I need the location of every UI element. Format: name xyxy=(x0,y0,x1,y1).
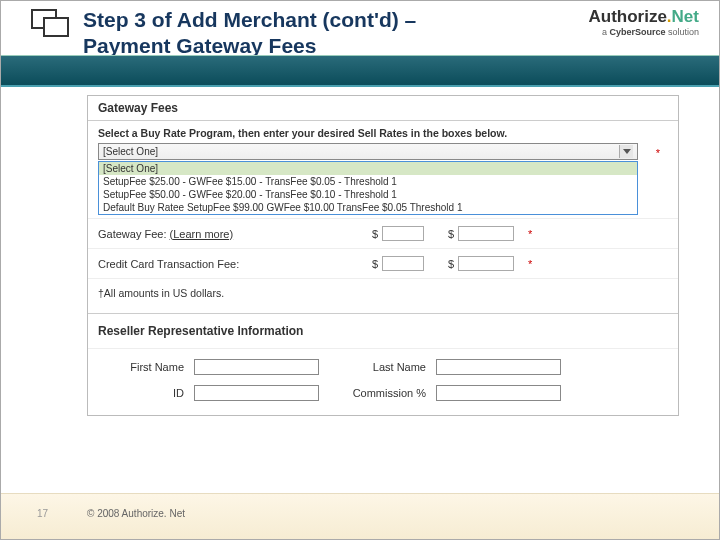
required-asterisk: * xyxy=(656,147,660,159)
buy-rate-option[interactable]: SetupFee $25.00 - GWFee $15.00 - TransFe… xyxy=(99,175,637,188)
gateway-fees-heading: Gateway Fees xyxy=(88,96,678,121)
id-input[interactable] xyxy=(194,385,319,401)
learn-more-link[interactable]: (Learn more) xyxy=(170,228,234,240)
currency-symbol: $ xyxy=(444,228,454,240)
buy-rate-option[interactable]: Default Buy Ratee SetupFee $99.00 GWFee … xyxy=(99,201,637,214)
chevron-down-icon xyxy=(619,145,633,158)
gateway-instruction: Select a Buy Rate Program, then enter yo… xyxy=(88,121,678,141)
slide-footer: 17 © 2008 Authorize. Net xyxy=(1,493,720,540)
id-label: ID xyxy=(98,387,188,399)
reseller-rep-heading: Reseller Representative Information xyxy=(88,313,678,349)
cc-fee-buy-display xyxy=(382,256,424,271)
buy-rate-select-value: [Select One] xyxy=(103,146,158,157)
header-band xyxy=(1,55,720,85)
required-asterisk: * xyxy=(528,228,532,240)
commission-input[interactable] xyxy=(436,385,561,401)
buy-rate-option[interactable]: SetupFee $50.00 - GWFee $20.00 - TransFe… xyxy=(99,188,637,201)
currency-symbol: $ xyxy=(368,258,378,270)
buy-rate-options-list[interactable]: [Select One] SetupFee $25.00 - GWFee $15… xyxy=(98,161,638,215)
commission-label: Commission % xyxy=(330,387,430,399)
cc-fee-sell-input[interactable] xyxy=(458,256,514,271)
currency-symbol: $ xyxy=(444,258,454,270)
slide-title: Step 3 of Add Merchant (cont'd) – Paymen… xyxy=(83,7,503,60)
cc-fee-label: Credit Card Transaction Fee: xyxy=(98,258,368,270)
buy-rate-select[interactable]: [Select One] xyxy=(98,143,638,160)
slide-title-line1: Step 3 of Add Merchant (cont'd) – xyxy=(83,7,503,33)
last-name-input[interactable] xyxy=(436,359,561,375)
brand-authorize: Authorize xyxy=(588,7,666,26)
gateway-fee-sell-input[interactable] xyxy=(458,226,514,241)
form-panel: Gateway Fees Select a Buy Rate Program, … xyxy=(87,95,679,416)
usd-footnote: †All amounts in US dollars. xyxy=(88,278,678,313)
copyright-text: © 2008 Authorize. Net xyxy=(87,508,185,519)
brand-tag-suffix: solution xyxy=(665,27,699,37)
required-asterisk: * xyxy=(528,258,532,270)
first-name-input[interactable] xyxy=(194,359,319,375)
brand-logo: Authorize.Net a CyberSource solution xyxy=(588,7,699,37)
decorative-squares-icon xyxy=(31,9,77,41)
currency-symbol: $ xyxy=(368,228,378,240)
first-name-label: First Name xyxy=(98,361,188,373)
cc-fee-row: Credit Card Transaction Fee: $ $ * xyxy=(88,248,678,278)
brand-tag-bold: CyberSource xyxy=(609,27,665,37)
svg-marker-0 xyxy=(623,149,631,154)
brand-net: Net xyxy=(672,7,699,26)
page-number: 17 xyxy=(37,508,48,519)
gateway-fee-buy-display xyxy=(382,226,424,241)
reseller-rep-form: First Name Last Name ID Commission % xyxy=(88,349,678,415)
buy-rate-option[interactable]: [Select One] xyxy=(99,162,637,175)
last-name-label: Last Name xyxy=(330,361,430,373)
gateway-fee-label: Gateway Fee: xyxy=(98,228,166,240)
gateway-fee-row: Gateway Fee: (Learn more) $ $ * xyxy=(88,218,678,248)
